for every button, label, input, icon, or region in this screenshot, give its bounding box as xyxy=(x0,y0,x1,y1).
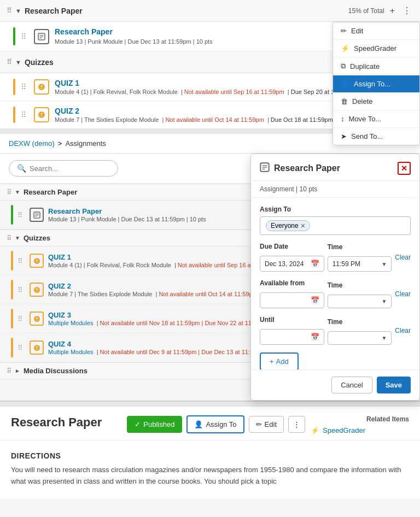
dropdown-menu: ✏ Edit ⚡ SpeedGrader ⧉ Duplicate 👤 Assig… xyxy=(332,22,420,145)
add-icon: + xyxy=(270,357,274,366)
assign-to-input[interactable]: Everyone × xyxy=(260,216,411,235)
due-date-row: Due Date Dec 13, 2024 📅 Time 11:59 PM ▼ xyxy=(260,243,411,272)
due-clear-link[interactable]: Clear xyxy=(395,254,411,261)
dropdown-edit[interactable]: ✏ Edit xyxy=(333,22,419,40)
search-icon: 🔍 xyxy=(17,164,26,173)
s2-research-toggle[interactable]: ▼ xyxy=(15,189,20,195)
search-input-wrap[interactable]: 🔍 xyxy=(9,160,118,177)
edit-btn-label: Edit xyxy=(265,420,277,428)
dropdown-send-to[interactable]: ➤ Send To... xyxy=(333,128,419,145)
cancel-button[interactable]: Cancel xyxy=(331,377,372,393)
research-paper-row: ⠿ Research Paper Module 13 | Punk Module… xyxy=(0,22,420,51)
research-paper-group-header: ⠿ ▼ Research Paper 15% of Total + ⋮ xyxy=(0,0,420,22)
speedgrader-icon: ⚡ xyxy=(341,44,349,52)
due-time-group: Time 11:59 PM ▼ xyxy=(328,243,392,272)
edit-button[interactable]: ✏ Edit xyxy=(249,416,284,433)
more-button-s3[interactable]: ⋮ xyxy=(288,416,305,433)
until-time-chevron: ▼ xyxy=(381,335,387,341)
group-more-button[interactable]: ⋮ xyxy=(400,4,413,17)
s2-quizzes-toggle[interactable]: ▼ xyxy=(15,235,20,241)
search-input[interactable] xyxy=(30,164,110,173)
dropdown-delete[interactable]: 🗑 Delete xyxy=(333,93,419,110)
dropdown-duplicate[interactable]: ⧉ Duplicate xyxy=(333,57,419,75)
check-circle-icon: ✓ xyxy=(135,420,141,428)
due-time-label: Time xyxy=(328,243,392,251)
tag-label: Everyone xyxy=(271,222,299,230)
speedgrader-link[interactable]: ⚡ SpeedGrader xyxy=(311,426,409,434)
quiz2-icon xyxy=(34,107,49,122)
dropdown-assign-to-label: Assign To... xyxy=(354,80,390,88)
due-date-input[interactable]: Dec 13, 2024 📅 xyxy=(260,256,324,272)
s2-quiz3-bar xyxy=(11,309,13,328)
published-button[interactable]: ✓ Published xyxy=(127,416,182,433)
until-time-label: Time xyxy=(328,318,392,326)
modal-footer: Cancel Save xyxy=(251,369,419,400)
assign-to-label: Assign To xyxy=(260,205,411,213)
related-label: Related Items xyxy=(311,415,409,423)
group-header-right: 15% of Total + ⋮ xyxy=(348,4,413,17)
dropdown-assign-to[interactable]: 👤 Assign To... xyxy=(333,75,419,93)
move-to-icon: ↕ xyxy=(341,115,345,123)
due-date-value: Dec 13, 2024 xyxy=(265,260,304,268)
due-time-select[interactable]: 11:59 PM ▼ xyxy=(328,256,392,272)
modal-overlay: Research Paper ✕ Assignment | 10 pts Ass… xyxy=(250,154,420,401)
group-add-button[interactable]: + xyxy=(388,5,397,17)
s2-quiz4-bar xyxy=(11,338,13,357)
save-button[interactable]: Save xyxy=(377,377,411,393)
modal-title: Research Paper xyxy=(274,163,340,173)
s2-quiz1-icon xyxy=(30,254,44,268)
assign-to-button[interactable]: 👤 Assign To xyxy=(186,415,244,433)
group-toggle-icon[interactable]: ▼ xyxy=(15,8,21,14)
edit-icon: ✏ xyxy=(341,27,347,35)
section3: Research Paper ✓ Published 👤 Assign To ✏… xyxy=(0,406,420,498)
send-to-icon: ➤ xyxy=(341,132,347,140)
duplicate-icon: ⧉ xyxy=(341,62,346,70)
speedgrader-label[interactable]: SpeedGrader xyxy=(323,426,365,434)
assignment-icon xyxy=(34,29,49,44)
s2-media-toggle[interactable]: ► xyxy=(15,368,20,374)
dropdown-speedgrader-label: SpeedGrader xyxy=(354,44,396,52)
assignment-title[interactable]: Research Paper xyxy=(55,27,380,36)
quiz1-meta1: Module 4 (1) | Folk Revival, Folk Rock M… xyxy=(55,89,178,95)
modal-header: Research Paper ✕ xyxy=(251,154,419,181)
dropdown-move-to[interactable]: ↕ Move To... xyxy=(333,110,419,128)
until-input[interactable]: 📅 xyxy=(260,329,324,345)
left-bar-green xyxy=(13,27,15,45)
modal-close-button[interactable]: ✕ xyxy=(398,162,411,175)
until-clear-link[interactable]: Clear xyxy=(395,327,411,334)
assign-to-icon: 👤 xyxy=(341,80,349,88)
directions-text: You will need to research mass circulati… xyxy=(11,465,409,487)
drag-handle-icon: ⠿ xyxy=(7,7,12,15)
section2: DEXW (demo) > Assignments 🔍 ⠿ ▼ Research… xyxy=(0,134,420,402)
divider-2 xyxy=(0,402,420,406)
add-button[interactable]: + Add xyxy=(260,352,299,369)
until-time-select[interactable]: ▼ xyxy=(328,331,392,345)
available-from-input[interactable]: 📅 xyxy=(260,292,324,308)
section3-right: Related Items ⚡ SpeedGrader xyxy=(311,415,409,434)
s2-quiz2-icon xyxy=(30,283,44,297)
modal-title-wrap: Research Paper xyxy=(260,162,340,174)
tag-remove-button[interactable]: × xyxy=(301,222,305,230)
available-calendar-icon: 📅 xyxy=(311,296,319,304)
s2-rp-left-bar xyxy=(11,205,13,225)
s2-media-group-left: ⠿ ► Media Discussions xyxy=(7,367,88,375)
quizzes-group-title: Quizzes xyxy=(25,58,54,67)
until-group: Until 📅 xyxy=(260,316,324,345)
s2-rp-icon xyxy=(30,208,44,222)
everyone-tag: Everyone × xyxy=(266,220,310,231)
available-time-select[interactable]: ▼ xyxy=(328,295,392,308)
s2-quiz2-drag: ⠿ xyxy=(18,286,23,294)
section3-header: Research Paper ✓ Published 👤 Assign To ✏… xyxy=(0,407,420,440)
available-time-group: Time ▼ xyxy=(328,281,392,308)
breadcrumb-demo-link[interactable]: DEXW (demo) xyxy=(9,139,55,148)
header-content: Research Paper ✓ Published 👤 Assign To ✏… xyxy=(11,415,409,434)
s2-quizzes-group-left: ⠿ ▼ Quizzes xyxy=(7,234,50,242)
s2-quiz1-bar xyxy=(11,251,13,271)
assign-to-btn-icon: 👤 xyxy=(194,420,203,428)
published-label: Published xyxy=(143,420,174,428)
due-date-label: Due Date xyxy=(260,243,324,250)
available-clear-link[interactable]: Clear xyxy=(395,290,411,298)
row-drag-handle: ⠿ xyxy=(21,32,26,41)
quizzes-toggle-icon[interactable]: ▼ xyxy=(15,59,21,66)
dropdown-speedgrader[interactable]: ⚡ SpeedGrader xyxy=(333,40,419,57)
